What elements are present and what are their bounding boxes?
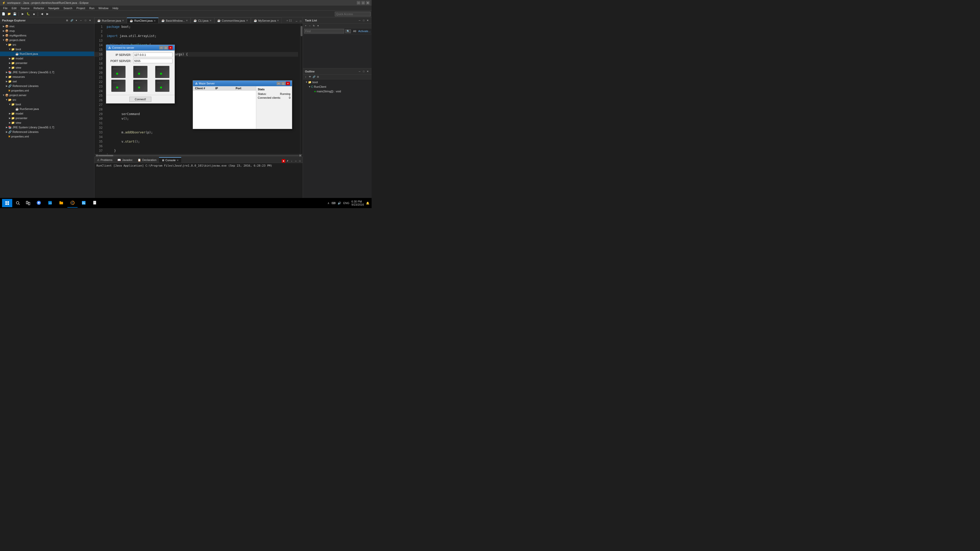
console-minimize-btn[interactable]: ─ [294, 159, 298, 163]
toolbar-run-btn[interactable]: ▶ [20, 11, 25, 17]
tab-cli[interactable]: ☕ CLI.java ✕ [191, 17, 214, 23]
panel-menu-btn[interactable]: ▾ [74, 18, 78, 22]
tree-item-presenter[interactable]: ▶ 📁 presenter [0, 61, 94, 65]
task-maximize-btn[interactable]: □ [362, 19, 366, 22]
menu-help[interactable]: Help [110, 6, 121, 10]
tab-close-runclient[interactable]: ✕ [154, 19, 156, 22]
taskbar-photoshop[interactable]: Ps [79, 198, 89, 208]
tab-runserver[interactable]: ☕ RunServer.java ✕ [94, 17, 127, 23]
menu-run[interactable]: Run [87, 6, 97, 10]
dialog-maximize-btn[interactable]: □ [164, 46, 168, 49]
task-minimize-btn[interactable]: ─ [358, 19, 361, 22]
outline-item-runclient[interactable]: ▼ C RunClient [303, 84, 372, 89]
tree-item-mvc[interactable]: ▶ 📦 mvc [0, 24, 94, 29]
tree-item-server-boot[interactable]: ▼ 📁 boot [0, 102, 94, 106]
maze-maximize-btn[interactable]: □ [281, 82, 285, 85]
tab-commonview[interactable]: ☕ CommonView.java ✕ [215, 17, 251, 23]
toolbar-fwd-btn[interactable]: ▶ [45, 11, 50, 17]
menu-navigate[interactable]: Navigate [46, 6, 61, 10]
ip-input[interactable] [133, 52, 172, 57]
tree-item-mvp[interactable]: ▶ 📦 mvp [0, 29, 94, 33]
maximize-panel-btn[interactable]: □ [83, 18, 88, 22]
outline-hide-btn[interactable]: 👁 [308, 75, 312, 79]
outline-link-btn[interactable]: 🔗 [312, 75, 316, 79]
menu-edit[interactable]: Edit [10, 6, 19, 10]
editor-minimize-btn[interactable]: ─ [294, 19, 299, 23]
tree-item-view[interactable]: ▶ 📁 view [0, 65, 94, 70]
tree-item-swt[interactable]: ▶ 📁 swt [0, 79, 94, 84]
tree-item-server-src[interactable]: ▼ 📂 src [0, 97, 94, 102]
port-input[interactable] [133, 59, 172, 63]
outline-sort-btn[interactable]: ↕ [304, 75, 307, 79]
outline-maximize-btn[interactable]: □ [362, 70, 366, 73]
tab-close-cli[interactable]: ✕ [210, 19, 212, 22]
taskbar-chrome[interactable] [34, 198, 44, 208]
outline-collapse-btn[interactable]: ⊟ [316, 75, 320, 79]
menu-source[interactable]: Source [19, 6, 32, 10]
taskbar-vscode[interactable]: VS [45, 198, 55, 208]
vscroll-thumb[interactable] [301, 26, 302, 36]
taskbar-eclipse[interactable] [67, 198, 78, 208]
maze-close-btn[interactable]: ✕ [286, 82, 290, 85]
task-find-input[interactable] [304, 29, 344, 33]
tree-item-reflibs-client[interactable]: ▶ 🔗 Referenced Libraries [0, 84, 94, 88]
outline-close-btn[interactable]: ✕ [366, 70, 369, 73]
tree-item-reflibs-server[interactable]: ▶ 🔗 Referenced Libraries [0, 130, 94, 134]
menu-refactor[interactable]: Refactor [32, 6, 46, 10]
tree-item-server-jre[interactable]: ▶ 📚 JRE System Library [JavaSE-1.7] [0, 125, 94, 130]
hscroll-thumb[interactable] [98, 155, 113, 156]
console-scroll-btn[interactable]: ↓ [290, 159, 293, 163]
tab-problems[interactable]: ⚠ Problems [94, 157, 115, 163]
outline-item-main[interactable]: ● main(String[]) : void [303, 89, 372, 94]
tree-item-project-client[interactable]: ▼ 📦 project.client [0, 38, 94, 42]
link-editor-btn[interactable]: 🔗 [70, 18, 74, 22]
outline-minimize-btn[interactable]: ─ [358, 70, 361, 73]
close-button[interactable]: ✕ [366, 1, 369, 5]
connect-to-server-dialog[interactable]: 🖧 Connect to server ─ □ ✕ IP SERVER: POR… [106, 44, 175, 103]
menu-project[interactable]: Project [74, 6, 87, 10]
tree-item-runclient[interactable]: ☕ RunClient.java [0, 52, 94, 56]
outline-item-boot[interactable]: ▼ 📁 boot [303, 80, 372, 84]
maze-server-dialog[interactable]: 🖧 Maze Server ─ □ ✕ Client # IP Port Sta… [192, 80, 292, 129]
taskbar-notepad[interactable] [90, 198, 100, 208]
task-del-btn[interactable]: − [308, 24, 312, 27]
minimize-panel-btn[interactable]: ─ [79, 18, 83, 22]
maximize-button[interactable]: □ [361, 1, 365, 5]
connect-button[interactable]: Connect! [129, 97, 151, 102]
activate-label[interactable]: Activate... [358, 30, 371, 33]
more-tabs-indicator[interactable]: » 11 [285, 18, 293, 22]
tree-item-props-client[interactable]: ✖ properties.xml [0, 88, 94, 93]
tree-item-resources[interactable]: ▶ 📁 resources [0, 75, 94, 79]
task-find-btn[interactable]: 🔍 [345, 29, 351, 33]
collapse-all-btn[interactable]: ⊞ [65, 18, 69, 22]
tab-declaration[interactable]: 📋 Declaration [135, 157, 159, 163]
editor-vscrollbar[interactable] [300, 24, 303, 154]
dialog-minimize-btn[interactable]: ─ [159, 46, 163, 49]
task-filter-btn[interactable]: ▾ [316, 24, 320, 27]
tab-console[interactable]: 🖥 Console ✕ [159, 157, 181, 163]
close-panel-btn[interactable]: ✕ [88, 18, 92, 22]
console-stop-btn[interactable]: ■ [282, 159, 285, 163]
tab-close-basicwindow[interactable]: ✕ [186, 19, 188, 22]
tree-item-model[interactable]: ▶ 📁 model [0, 56, 94, 61]
quick-access-input[interactable] [335, 12, 371, 16]
toolbar-stop-btn[interactable]: ■ [32, 11, 37, 17]
console-maximize-btn[interactable]: □ [298, 159, 302, 163]
toolbar-open-btn[interactable]: 📁 [6, 11, 12, 17]
tree-item-server-model[interactable]: ▶ 📁 model [0, 111, 94, 116]
tree-item-server-view[interactable]: ▶ 📁 view [0, 121, 94, 125]
dialog-close-btn[interactable]: ✕ [169, 46, 172, 49]
toolbar-save-btn[interactable]: 💾 [12, 11, 18, 17]
taskbar-explorer[interactable] [56, 198, 66, 208]
editor-maximize-btn[interactable]: □ [299, 19, 303, 23]
toolbar-new-btn[interactable]: 📄 [1, 11, 6, 17]
tab-javadoc[interactable]: 📖 Javadoc [115, 157, 135, 163]
tree-item-project-server[interactable]: ▼ 📦 project.server [0, 93, 94, 97]
all-label[interactable]: All [353, 30, 356, 33]
maze-minimize-btn[interactable]: ─ [277, 82, 281, 85]
start-button[interactable] [2, 199, 12, 207]
hscroll-right-btn[interactable]: ▶ [299, 154, 302, 157]
tree-item-server-presenter[interactable]: ▶ 📁 presenter [0, 116, 94, 121]
tab-myserver[interactable]: ☕ MyServer.java ✕ [251, 17, 282, 23]
menu-window[interactable]: Window [97, 6, 110, 10]
